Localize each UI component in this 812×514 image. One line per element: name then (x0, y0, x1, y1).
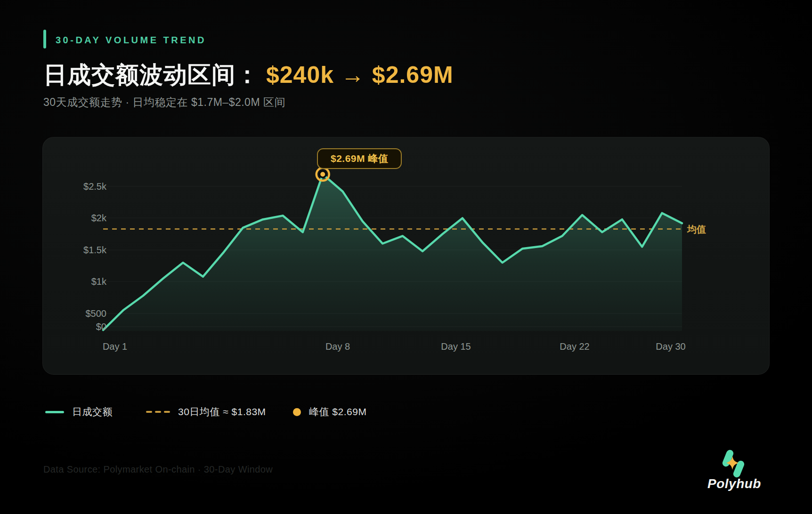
x-tick: Day 8 (305, 341, 371, 352)
y-tick: $2k (43, 212, 106, 224)
polyhub-logo-icon (720, 449, 747, 478)
peak-tooltip: $2.69M 峰值 (317, 148, 402, 169)
legend-item-line: 日成交额 (45, 405, 113, 419)
accent-bar (43, 30, 46, 48)
section-eyebrow: 30-DAY VOLUME TREND (56, 35, 206, 46)
y-tick: $500 (43, 308, 106, 319)
page-subtitle: 30天成交额走势 · 日均稳定在 $1.7M–$2.0M 区间 (43, 95, 285, 110)
y-tick: $0 (43, 321, 106, 332)
legend-label: 峰值 $2.69M (309, 405, 366, 418)
legend-item-dot: 峰值 $2.69M (293, 405, 366, 419)
area-fill (103, 174, 682, 331)
page-title-zh: 日成交额波动区间： (43, 62, 260, 88)
legend-label: 日成交额 (72, 405, 113, 418)
peak-tooltip-label: $2.69M 峰值 (331, 152, 388, 165)
chart-card: $2.5k$2k$1.5k$1k$500$0 Day 1Day 8Day 15D… (42, 137, 770, 375)
x-tick: Day 22 (542, 341, 608, 352)
x-tick: Day 15 (423, 341, 489, 352)
y-tick: $2.5k (43, 181, 106, 192)
x-tick: Day 30 (638, 341, 704, 352)
y-tick: $1.5k (43, 244, 106, 256)
page-title: 日成交额波动区间：$240k → $2.69M (43, 59, 454, 91)
polyhub-logo-text: Polyhub (694, 476, 774, 491)
legend-dash-swatch (146, 411, 170, 413)
volume-area-chart (43, 137, 770, 375)
y-tick: $1k (43, 276, 106, 287)
x-tick: Day 1 (82, 341, 148, 352)
page-title-range: $240k → $2.69M (260, 62, 454, 88)
legend-dot-swatch (293, 408, 301, 416)
data-source-note: Data Source: Polymarket On-chain · 30-Da… (43, 464, 273, 475)
legend-line-swatch (45, 411, 64, 413)
average-line-label: 均值 (687, 223, 706, 236)
legend-item-dash: 30日均值 ≈ $1.83M (146, 405, 266, 419)
legend-label: 30日均值 ≈ $1.83M (178, 405, 266, 418)
